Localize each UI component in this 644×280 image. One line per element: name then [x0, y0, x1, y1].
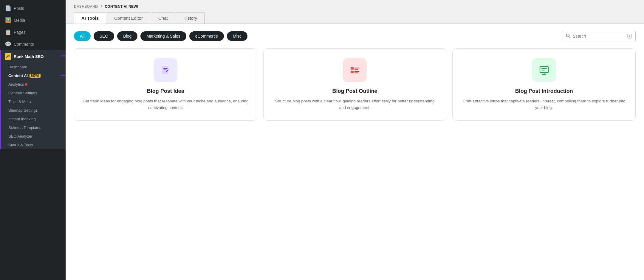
blog-post-idea-icon-wrap: [154, 58, 177, 82]
sidebar-item-analytics[interactable]: Analytics: [0, 80, 66, 89]
tabs-bar: AI Tools Content Editor Chat History: [66, 9, 644, 24]
filter-blog[interactable]: Blog: [117, 31, 137, 41]
content-ai-badge: New!: [30, 74, 41, 78]
content-ai-arrow-svg: [61, 72, 66, 78]
edit-icon: [160, 64, 171, 76]
sidebar-item-seo-analyzer[interactable]: SEO Analyzer: [0, 132, 66, 141]
card-description: Craft attractive intros that captivate r…: [461, 98, 627, 111]
sidebar-top-items: 📄 Posts 🖼️ Media 📋 Pages 💬 Comments: [0, 0, 66, 50]
svg-line-5: [569, 37, 570, 38]
main-content: DASHBOARD / CONTENT AI NEW! AI Tools Con…: [66, 0, 644, 280]
sidebar-item-posts[interactable]: 📄 Posts: [0, 2, 66, 14]
breadcrumb: DASHBOARD / CONTENT AI NEW!: [66, 0, 644, 9]
svg-rect-13: [540, 67, 548, 73]
svg-rect-7: [351, 67, 354, 70]
search-box[interactable]: /: [562, 31, 636, 41]
sidebar-item-label: Media: [14, 18, 25, 23]
tab-content-editor[interactable]: Content Editor: [107, 12, 150, 24]
sidebar: 📄 Posts 🖼️ Media 📋 Pages 💬 Comments Rank…: [0, 0, 66, 280]
sidebar-item-status-tools[interactable]: Status & Tools: [0, 141, 66, 149]
filter-all[interactable]: All: [74, 31, 91, 41]
comments-icon: 💬: [5, 41, 11, 47]
tab-ai-tools[interactable]: AI Tools: [74, 12, 106, 24]
rank-math-icon: [5, 53, 11, 60]
list-icon: [349, 64, 361, 76]
tab-history[interactable]: History: [176, 12, 205, 24]
analytics-label: Analytics: [8, 82, 24, 87]
filter-ecommerce[interactable]: eCommerce: [189, 31, 224, 41]
blog-post-outline-icon-wrap: [343, 58, 367, 82]
card-title: Blog Post Outline: [332, 88, 377, 94]
rank-math-label-text: Rank Math SEO: [14, 54, 44, 59]
cards-grid: Blog Post Idea Get fresh ideas for engag…: [74, 48, 636, 121]
card-description: Structure blog posts with a clear flow, …: [272, 98, 438, 111]
rank-math-section: Rank Math SEO Dashboard Content AI New!: [0, 50, 66, 149]
annotation-arrow-svg: [61, 53, 66, 59]
search-icon-svg: [566, 33, 570, 38]
sidebar-item-label: Posts: [14, 6, 24, 11]
sidebar-item-label: Comments: [14, 42, 34, 47]
card-title: Blog Post Idea: [147, 88, 184, 94]
blog-post-introduction-icon-wrap: [532, 58, 556, 82]
sidebar-item-general-settings[interactable]: General Settings: [0, 89, 66, 97]
breadcrumb-current: CONTENT AI NEW!: [105, 4, 138, 9]
rank-math-active-bar: [0, 50, 1, 149]
media-icon: 🖼️: [5, 17, 11, 24]
search-kbd-hint: /: [627, 34, 632, 39]
sidebar-item-dashboard[interactable]: Dashboard: [0, 63, 66, 71]
tab-chat[interactable]: Chat: [151, 12, 175, 24]
sidebar-item-comments[interactable]: 💬 Comments: [0, 38, 66, 50]
filter-row: All SEO Blog Marketing & Sales eCommerce…: [74, 31, 636, 41]
search-input[interactable]: [573, 34, 625, 39]
sidebar-item-schema-templates[interactable]: Schema Templates: [0, 123, 66, 132]
posts-icon: 📄: [5, 5, 11, 12]
sidebar-item-sitemap-settings[interactable]: Sitemap Settings: [0, 106, 66, 115]
pages-icon: 📋: [5, 29, 11, 36]
rank-math-header[interactable]: Rank Math SEO: [0, 50, 66, 63]
sidebar-item-media[interactable]: 🖼️ Media: [0, 14, 66, 26]
card-blog-post-outline[interactable]: Blog Post Outline Structure blog posts w…: [263, 48, 447, 121]
sidebar-item-label: Pages: [14, 30, 26, 35]
sidebar-item-instant-indexing[interactable]: Instant Indexing: [0, 115, 66, 123]
filter-misc[interactable]: Misc: [227, 31, 247, 41]
content-ai-label: Content AI: [8, 73, 28, 78]
sidebar-item-titles-meta[interactable]: Titles & Meta: [0, 97, 66, 106]
card-blog-post-introduction[interactable]: Blog Post Introduction Craft attractive …: [452, 48, 636, 121]
rank-math-logo-svg: [6, 54, 10, 59]
sidebar-item-content-ai[interactable]: Content AI New!: [0, 71, 66, 80]
card-title: Blog Post Introduction: [515, 88, 573, 94]
analytics-dot: [25, 83, 27, 86]
card-blog-post-idea[interactable]: Blog Post Idea Get fresh ideas for engag…: [74, 48, 257, 121]
filter-seo[interactable]: SEO: [94, 31, 114, 41]
svg-rect-8: [351, 71, 354, 73]
breadcrumb-separator: /: [101, 4, 102, 9]
filter-marketing-sales[interactable]: Marketing & Sales: [140, 31, 186, 41]
breadcrumb-parent[interactable]: DASHBOARD: [74, 4, 98, 9]
search-icon: [566, 33, 570, 39]
card-description: Get fresh ideas for engaging blog posts …: [83, 98, 249, 111]
monitor-icon: [538, 64, 550, 76]
rank-math-annotation-arrow: [61, 53, 66, 60]
content-area: All SEO Blog Marketing & Sales eCommerce…: [66, 24, 644, 280]
content-ai-annotation-arrow: [61, 72, 66, 79]
sidebar-item-pages[interactable]: 📋 Pages: [0, 26, 66, 38]
